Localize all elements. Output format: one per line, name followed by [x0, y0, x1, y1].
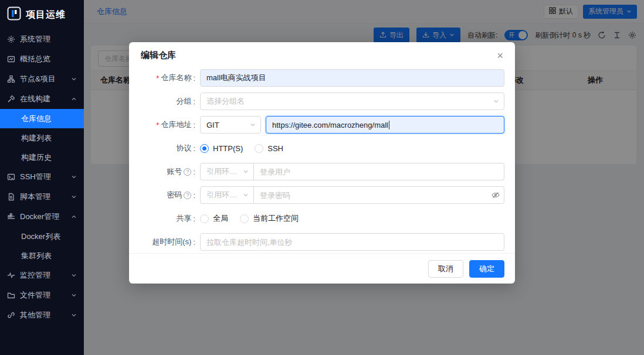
label-colon: : — [193, 214, 195, 223]
form-row-password: 密码 ? : 引用环境... — [133, 186, 504, 204]
required-mark: * — [156, 74, 159, 83]
repo-url-value: https://gitee.com/macrozheng/mall — [272, 121, 388, 129]
modal-title: 编辑仓库 — [141, 50, 176, 60]
account-input[interactable] — [253, 163, 504, 180]
account-label: 账号 ? : — [133, 166, 200, 177]
sidebar-item-nodes[interactable]: 节点&项目 — [0, 69, 84, 89]
modal-header: 编辑仓库 — [129, 42, 515, 67]
label-text: 共享 — [176, 213, 191, 224]
sidebar-item-label: 其他管理 — [20, 310, 50, 320]
question-circle-icon: ? — [184, 192, 191, 199]
sidebar-item-label: Docker管理 — [20, 211, 59, 222]
build-icon — [7, 95, 15, 103]
sidebar-item-monitor[interactable]: 监控管理 — [0, 265, 84, 285]
sidebar-item-docker[interactable]: Docker管理 — [0, 207, 84, 227]
sidebar-subitem-docker-list[interactable]: Docker列表 — [0, 227, 84, 246]
share-workspace-radio[interactable]: 当前工作空间 — [240, 213, 299, 224]
form-row-repo-url: * 仓库地址 : GIT https://gitee.com/macrozhen… — [133, 116, 504, 134]
sidebar-subitem-build-history[interactable]: 构建历史 — [0, 148, 84, 167]
radio-unchecked-icon — [255, 144, 263, 153]
edit-repo-modal: 编辑仓库 × * 仓库名称 : mall电商实战项目 分组 — [129, 42, 515, 284]
password-input[interactable] — [253, 186, 504, 204]
sidebar-subitem-label: 构建列表 — [21, 133, 52, 144]
docker-icon — [7, 213, 15, 221]
label-text: 仓库名称 — [161, 73, 191, 83]
cancel-button[interactable]: 取消 — [428, 260, 463, 278]
question-circle-icon: ? — [184, 168, 191, 176]
sidebar-item-label: 脚本管理 — [20, 192, 50, 202]
sidebar-subitem-repo-info[interactable]: 仓库信息 — [0, 109, 84, 128]
form-row-group: 分组 : 选择分组名 — [133, 93, 504, 110]
password-label: 密码 ? : — [133, 190, 200, 200]
sidebar-subitem-label: 仓库信息 — [21, 114, 52, 124]
sidebar-subitem-cluster-list[interactable]: 集群列表 — [0, 246, 84, 265]
radio-checked-icon — [200, 144, 209, 153]
timeout-input[interactable] — [200, 233, 504, 251]
modal-body: * 仓库名称 : mall电商实战项目 分组 : 选择 — [129, 67, 515, 251]
form-row-repo-name: * 仓库名称 : mall电商实战项目 — [133, 69, 504, 87]
label-colon: : — [193, 168, 195, 176]
sidebar-item-ssh[interactable]: SSH管理 — [0, 167, 84, 187]
chevron-down-icon — [71, 272, 77, 278]
dashboard-icon — [7, 55, 15, 63]
chevron-down-icon — [493, 98, 499, 104]
repo-url-input[interactable]: https://gitee.com/macrozheng/mall — [266, 116, 504, 134]
label-text: 超时时间(s) — [152, 237, 191, 247]
chevron-down-icon — [71, 174, 77, 180]
password-env-select[interactable]: 引用环境... — [200, 186, 254, 204]
sidebar-item-files[interactable]: 文件管理 — [0, 285, 84, 305]
script-file-icon — [7, 193, 15, 201]
sidebar-item-other[interactable]: 其他管理 — [0, 305, 84, 325]
sidebar-item-label: SSH管理 — [20, 172, 51, 182]
sidebar-item-label: 节点&项目 — [20, 74, 56, 84]
share-global-radio[interactable]: 全局 — [200, 213, 228, 224]
sidebar-subitem-label: 集群列表 — [21, 251, 52, 261]
protocol-ssh-radio[interactable]: SSH — [255, 144, 283, 153]
sidebar-subitem-label: Docker列表 — [21, 231, 60, 242]
chevron-down-icon — [71, 194, 77, 200]
group-label: 分组 : — [133, 96, 200, 107]
form-row-account: 账号 ? : 引用环境... — [133, 163, 504, 180]
radio-unchecked-icon — [240, 214, 249, 223]
radio-label: HTTP(S) — [213, 144, 243, 153]
account-env-select[interactable]: 引用环境... — [200, 163, 254, 180]
app-title: 项目运维 — [26, 9, 66, 21]
sidebar-item-label: 系统管理 — [20, 34, 50, 45]
eye-off-icon[interactable] — [492, 191, 500, 199]
sidebar-subitem-build-list[interactable]: 构建列表 — [0, 128, 84, 148]
nodes-icon — [7, 75, 15, 83]
group-select[interactable]: 选择分组名 — [200, 93, 504, 110]
form-row-protocol: 协议 : HTTP(S) SSH — [133, 139, 504, 157]
terminal-icon — [7, 173, 15, 181]
repo-type-value: GIT — [206, 121, 219, 129]
sidebar-item-label: 在线构建 — [20, 94, 50, 104]
label-text: 分组 — [176, 96, 191, 107]
chevron-down-icon — [71, 76, 77, 82]
label-text: 密码 — [167, 190, 182, 200]
chevron-down-icon — [243, 169, 249, 175]
repo-name-label: * 仓库名称 : — [133, 73, 200, 83]
close-icon[interactable]: × — [494, 48, 506, 63]
share-label: 共享 : — [133, 213, 200, 224]
label-colon: : — [193, 74, 195, 83]
sidebar-item-system[interactable]: 系统管理 — [0, 29, 84, 49]
repo-name-input[interactable]: mall电商实战项目 — [200, 69, 504, 87]
sidebar-item-script[interactable]: 脚本管理 — [0, 187, 84, 207]
chevron-down-icon — [250, 122, 256, 128]
required-mark: * — [156, 121, 159, 129]
protocol-http-radio[interactable]: HTTP(S) — [200, 144, 243, 153]
sidebar-item-label: 监控管理 — [20, 270, 50, 281]
label-colon: : — [193, 97, 195, 106]
label-text: 仓库地址 — [161, 120, 191, 130]
sidebar-item-overview[interactable]: 概括总览 — [0, 49, 84, 69]
modal-footer: 取消 确定 — [129, 253, 515, 284]
monitor-pulse-icon — [7, 271, 15, 279]
chevron-up-icon — [71, 96, 77, 102]
timeout-label: 超时时间(s) : — [133, 237, 200, 247]
chevron-down-icon — [243, 192, 249, 198]
sidebar-item-build[interactable]: 在线构建 — [0, 89, 84, 109]
gear-icon — [7, 35, 15, 43]
form-row-timeout: 超时时间(s) : — [133, 233, 504, 251]
repo-type-select[interactable]: GIT — [200, 116, 261, 134]
confirm-button[interactable]: 确定 — [469, 260, 504, 278]
